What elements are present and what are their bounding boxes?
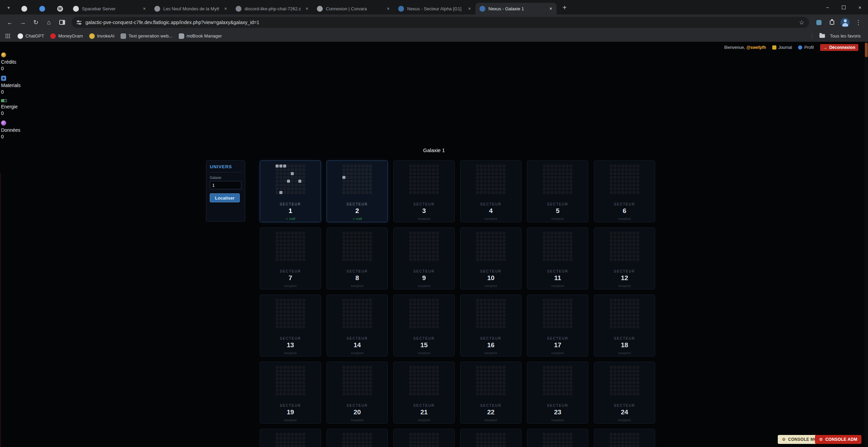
bookmark-invokeai[interactable]: InvokeAI bbox=[86, 32, 118, 40]
minimize-button[interactable]: − bbox=[819, 0, 836, 14]
tab-close-icon[interactable]: × bbox=[548, 6, 554, 12]
system-cell bbox=[547, 437, 550, 440]
tab-discord-like-php-chat-7262-de[interactable]: discord-like-php-chat-7262.de...× bbox=[231, 3, 313, 14]
sector-card-partial-2[interactable] bbox=[327, 429, 388, 447]
sector-minimap bbox=[409, 164, 439, 194]
sector-card-3[interactable]: SECTEUR3Inexploré bbox=[393, 160, 455, 222]
browser-menu-icon[interactable]: ⋮ bbox=[852, 16, 865, 29]
sector-status: ✓ Actif bbox=[286, 217, 295, 221]
bookmark-star-icon[interactable]: ☆ bbox=[799, 19, 804, 26]
tab-spacebar-server[interactable]: Spacebar Server× bbox=[69, 3, 150, 14]
sector-card-11[interactable]: SECTEUR11Inexploré bbox=[527, 227, 588, 289]
sector-card-20[interactable]: SECTEUR20Inexploré bbox=[327, 362, 388, 424]
system-cell bbox=[421, 440, 424, 444]
sector-card-17[interactable]: SECTEUR17Inexploré bbox=[527, 295, 588, 356]
sector-card-10[interactable]: SECTEUR10Inexploré bbox=[460, 227, 521, 289]
galaxie-input[interactable] bbox=[210, 181, 241, 189]
pinned-tab-3[interactable]: W bbox=[51, 3, 69, 14]
apps-grid-icon[interactable] bbox=[6, 34, 10, 39]
system-cell bbox=[354, 377, 357, 380]
all-bookmarks-button[interactable]: Tous les favoris bbox=[816, 32, 864, 40]
sector-card-15[interactable]: SECTEUR15Inexploré bbox=[393, 295, 455, 356]
close-button[interactable]: × bbox=[852, 0, 868, 14]
tab-les-neuf-mondes-de-la-mythol[interactable]: Les Neuf Mondes de la Mythol...× bbox=[150, 3, 231, 14]
pinned-tab-2[interactable] bbox=[33, 3, 51, 14]
sector-card-16[interactable]: SECTEUR16Inexploré bbox=[460, 295, 521, 356]
sector-card-1[interactable]: SECTEUR1✓ Actif bbox=[260, 160, 321, 222]
extension-icon[interactable] bbox=[813, 16, 825, 29]
system-cell bbox=[417, 187, 420, 190]
back-icon[interactable]: ← bbox=[3, 16, 16, 29]
console-adm-button[interactable]: ⚙ CONSOLE ADM bbox=[815, 435, 861, 444]
sector-card-5[interactable]: SECTEUR5Inexploré bbox=[527, 160, 588, 222]
localiser-button[interactable]: Localiser bbox=[210, 193, 240, 202]
sector-card-19[interactable]: SECTEUR19Inexploré bbox=[260, 362, 321, 424]
sector-card-18[interactable]: SECTEUR18Inexploré bbox=[594, 295, 655, 356]
system-cell bbox=[480, 180, 483, 183]
pinned-tab-1[interactable] bbox=[15, 3, 33, 14]
sector-card-partial-1[interactable] bbox=[260, 429, 321, 447]
system-cell bbox=[342, 366, 345, 369]
tab-close-icon[interactable]: × bbox=[141, 6, 147, 12]
tab-close-icon[interactable]: × bbox=[385, 6, 391, 12]
site-info-icon[interactable] bbox=[76, 21, 82, 24]
sector-card-6[interactable]: SECTEUR6Inexploré bbox=[594, 160, 655, 222]
sector-card-23[interactable]: SECTEUR23Inexploré bbox=[527, 362, 588, 424]
system-cell bbox=[354, 232, 357, 235]
address-bar[interactable]: galactic-pve-conquest-c7fe.dev.flatlogic… bbox=[72, 17, 809, 28]
system-cell bbox=[617, 366, 620, 369]
sector-card-13[interactable]: SECTEUR13Inexploré bbox=[260, 295, 321, 356]
sector-card-12[interactable]: SECTEUR12Inexploré bbox=[594, 227, 655, 289]
profil-link[interactable]: Profil bbox=[798, 45, 814, 50]
resource-value: 0 bbox=[1, 134, 21, 140]
system-cell bbox=[632, 299, 636, 302]
home-icon[interactable]: ⌂ bbox=[43, 16, 55, 29]
tab-close-icon[interactable]: × bbox=[304, 6, 310, 12]
url-text[interactable]: galactic-pve-conquest-c7fe.dev.flatlogic… bbox=[85, 20, 795, 25]
sector-card-partial-6[interactable] bbox=[594, 429, 655, 447]
journal-link[interactable]: Journal bbox=[772, 45, 792, 50]
tab-connexion-corvara[interactable]: Connexion | Corvara× bbox=[313, 3, 394, 14]
tab-nexus-secteur-alpha-g1[interactable]: Nexus - Secteur Alpha [G1]× bbox=[394, 3, 475, 14]
system-cell bbox=[358, 187, 361, 190]
system-cell bbox=[298, 302, 301, 306]
page-scrollbar[interactable] bbox=[865, 42, 868, 447]
system-cell bbox=[610, 164, 613, 168]
system-cell bbox=[621, 370, 624, 373]
sector-card-21[interactable]: SECTEUR21Inexploré bbox=[393, 362, 455, 424]
maximize-button[interactable] bbox=[836, 0, 852, 14]
bookmark-mdbook-manager[interactable]: mdBook Manager bbox=[176, 32, 225, 40]
system-cell bbox=[276, 243, 279, 246]
sector-card-8[interactable]: SECTEUR8Inexploré bbox=[327, 227, 388, 289]
sector-card-7[interactable]: SECTEUR7Inexploré bbox=[260, 227, 321, 289]
sector-card-22[interactable]: SECTEUR22Inexploré bbox=[460, 362, 521, 424]
tab-nexus-galaxie-1[interactable]: Nexus - Galaxie 1× bbox=[475, 3, 557, 14]
sector-card-partial-4[interactable] bbox=[460, 429, 521, 447]
system-cell bbox=[617, 299, 620, 302]
sector-card-24[interactable]: SECTEUR24Inexploré bbox=[594, 362, 655, 424]
system-cell bbox=[350, 385, 353, 388]
side-panel-icon[interactable] bbox=[56, 16, 68, 29]
reload-icon[interactable]: ↻ bbox=[30, 16, 42, 29]
scrollbar-thumb[interactable] bbox=[865, 43, 868, 57]
system-cell bbox=[499, 321, 502, 324]
forward-icon[interactable]: → bbox=[17, 16, 29, 29]
tab-search-icon[interactable]: ▾ bbox=[3, 2, 14, 13]
tab-close-icon[interactable]: × bbox=[223, 6, 229, 12]
sector-card-14[interactable]: SECTEUR14Inexploré bbox=[327, 295, 388, 356]
sector-card-2[interactable]: SECTEUR2✓ Actif bbox=[327, 160, 388, 222]
bookmark-moneygram[interactable]: MoneyGram bbox=[47, 32, 86, 40]
extensions-puzzle-icon[interactable] bbox=[826, 16, 838, 29]
sector-card-4[interactable]: SECTEUR4Inexploré bbox=[460, 160, 521, 222]
system-cell bbox=[566, 243, 569, 246]
tab-close-icon[interactable]: × bbox=[466, 6, 473, 12]
profile-avatar[interactable] bbox=[840, 18, 850, 27]
bookmark-text-generation-web[interactable]: Text generation web... bbox=[117, 32, 175, 40]
system-cell bbox=[294, 251, 298, 254]
new-tab-button[interactable]: + bbox=[559, 2, 570, 13]
sector-card-9[interactable]: SECTEUR9Inexploré bbox=[393, 227, 455, 289]
bookmark-chatgpt[interactable]: ChatGPT bbox=[14, 32, 47, 40]
sector-card-partial-3[interactable] bbox=[393, 429, 455, 447]
sector-card-partial-5[interactable] bbox=[527, 429, 588, 447]
logout-button[interactable]: → Déconnexion bbox=[820, 44, 858, 51]
